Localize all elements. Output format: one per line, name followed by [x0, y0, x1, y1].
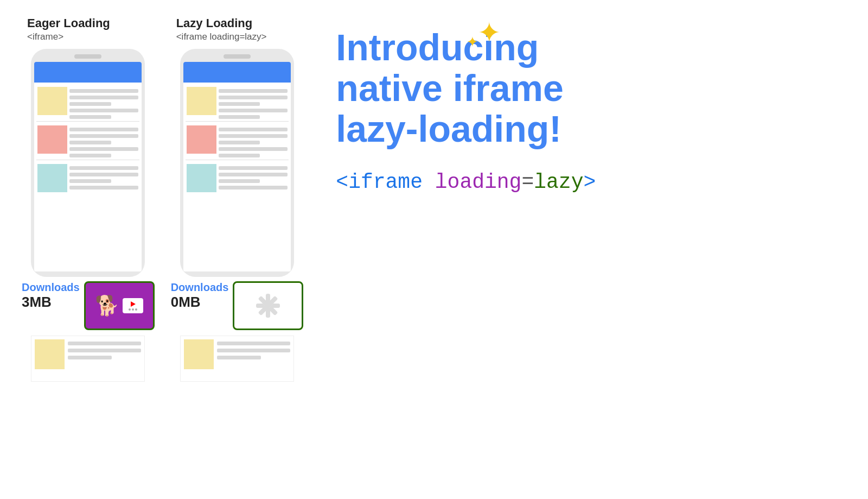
- lazy-phone-bottom: Downloads 0MB: [171, 281, 304, 330]
- eager-phone-device: [31, 49, 145, 277]
- phone-line-short: [219, 102, 260, 106]
- eager-block-pink: [37, 125, 67, 154]
- phone-line: [219, 186, 288, 190]
- phone-line: [219, 173, 288, 176]
- dog-icon: 🐕: [95, 294, 119, 317]
- eager-block-teal: [37, 164, 67, 192]
- mini-line: [217, 342, 290, 345]
- lazy-block-yellow-1: [187, 87, 216, 115]
- mini-line-short: [217, 356, 261, 359]
- lazy-lines-3: [219, 164, 288, 192]
- phone-line-short: [219, 154, 260, 157]
- play-dot: [135, 308, 137, 311]
- lazy-downloads-size: 0MB: [171, 294, 201, 311]
- mini-lines-eager: [68, 339, 141, 378]
- phone-line: [219, 147, 288, 151]
- phone-line: [69, 128, 138, 131]
- intro-title: Introducingnative iframelazy-loading!: [336, 27, 846, 149]
- eager-phone-header: [34, 62, 142, 83]
- phone-line: [69, 147, 138, 151]
- phone-line: [219, 96, 288, 99]
- lazy-lines-1: [219, 87, 288, 119]
- eager-downloads-label: Downloads: [22, 281, 80, 294]
- code-iframe: <iframe: [336, 170, 435, 194]
- phone-line: [69, 134, 138, 138]
- eager-section: Eager Loading <iframe>: [22, 16, 155, 382]
- lazy-section-2: [186, 123, 289, 160]
- eager-sublabel: <iframe>: [27, 31, 63, 42]
- lazy-downloads-label: Downloads: [171, 281, 229, 294]
- phone-line: [219, 109, 288, 112]
- mini-line: [217, 349, 290, 352]
- eager-mini-card: [31, 336, 145, 382]
- phone-line-short: [219, 115, 260, 119]
- lazy-mini-card: [180, 336, 294, 382]
- lazy-phone-content: [183, 83, 291, 271]
- lazy-phone-header: [183, 62, 291, 83]
- eager-iframe-preview: 🐕: [84, 281, 155, 330]
- code-equals: =: [521, 170, 534, 194]
- mini-block-yellow-eager: [35, 339, 65, 369]
- sparkle-small-icon: ✦: [467, 34, 478, 50]
- mini-line: [68, 342, 141, 345]
- eager-block-yellow-1: [37, 87, 67, 115]
- phone-line-short: [219, 141, 260, 144]
- eager-lines-2: [69, 125, 138, 157]
- eager-lines-3: [69, 164, 138, 192]
- phone-line: [69, 89, 138, 93]
- eager-downloads-size: 3MB: [22, 294, 52, 311]
- lazy-section: Lazy Loading <iframe loading=lazy>: [171, 16, 304, 382]
- play-triangle-icon: [131, 301, 136, 307]
- lazy-phone-device: [180, 49, 294, 277]
- eager-section-1: [36, 85, 139, 122]
- lazy-phone-column: Lazy Loading <iframe loading=lazy>: [171, 16, 304, 330]
- code-close: >: [583, 170, 596, 194]
- play-dot: [129, 308, 131, 311]
- eager-downloads-info: Downloads 3MB: [22, 281, 80, 311]
- lazy-phone-screen: [183, 62, 291, 271]
- play-button-box: [123, 298, 143, 313]
- phone-line-short: [69, 141, 111, 144]
- lazy-section-1: [186, 85, 289, 122]
- lazy-downloads-info: Downloads 0MB: [171, 281, 229, 311]
- mini-lines-lazy: [217, 339, 290, 378]
- lazy-iframe-preview: [233, 281, 303, 330]
- lazy-section-3: [186, 162, 289, 194]
- phone-line-short: [69, 154, 111, 157]
- eager-phone-content: [34, 83, 142, 271]
- main-container: Eager Loading <iframe>: [0, 0, 868, 499]
- lazy-label: Lazy Loading: [176, 16, 253, 30]
- lazy-block-pink: [187, 125, 216, 154]
- play-dot: [132, 308, 134, 311]
- play-dots: [129, 308, 137, 311]
- loading-spinner: [249, 289, 287, 322]
- mini-line: [68, 349, 141, 352]
- phone-line: [219, 128, 288, 131]
- lazy-block-teal: [187, 164, 216, 192]
- phone-line: [69, 173, 138, 176]
- mini-line-short: [68, 356, 112, 359]
- phone-line-short: [69, 102, 111, 106]
- phone-line-short: [69, 115, 111, 119]
- eager-section-3: [36, 162, 139, 194]
- code-snippet: <iframe loading=lazy>: [336, 170, 846, 194]
- phone-line: [219, 166, 288, 170]
- phone-line-short: [69, 179, 111, 183]
- phone-line: [69, 166, 138, 170]
- eager-phone-screen: [34, 62, 142, 271]
- lazy-sublabel: <iframe loading=lazy>: [176, 31, 267, 42]
- eager-phone-bottom: Downloads 3MB 🐕: [22, 281, 155, 330]
- eager-phone-column: Eager Loading <iframe>: [22, 16, 155, 330]
- phone-notch-lazy: [224, 54, 251, 59]
- phone-line: [69, 109, 138, 112]
- phone-notch-eager: [74, 54, 101, 59]
- phone-line-short: [219, 179, 260, 183]
- phone-line: [219, 134, 288, 138]
- code-lazy: lazy: [534, 170, 583, 194]
- right-panel: Introducingnative iframelazy-loading! <i…: [303, 16, 846, 194]
- eager-section-2: [36, 123, 139, 160]
- mini-block-yellow-lazy: [184, 339, 214, 369]
- phone-line: [219, 89, 288, 93]
- code-loading: loading: [435, 170, 522, 194]
- phone-line: [69, 186, 138, 190]
